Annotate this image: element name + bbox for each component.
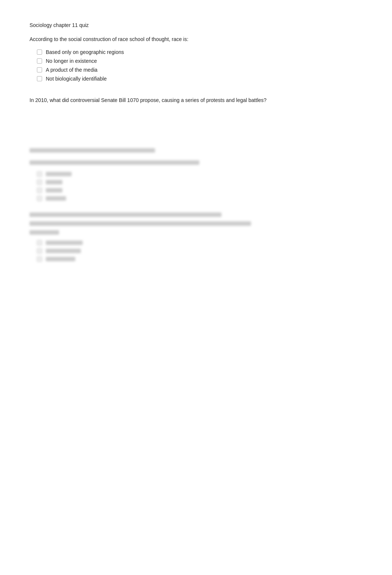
blurred-question-3-options bbox=[37, 171, 362, 201]
blurred-question-4-options bbox=[37, 240, 362, 262]
page-title: Sociology chapter 11 quiz bbox=[30, 22, 362, 28]
blurred-question-3-block bbox=[30, 147, 362, 201]
blurred-option bbox=[46, 257, 75, 261]
option-checkbox-2[interactable] bbox=[37, 58, 42, 64]
question-1-options: Based only on geographic regions No long… bbox=[37, 49, 362, 82]
blurred-option bbox=[46, 249, 81, 253]
list-item[interactable]: Not biologically identifiable bbox=[37, 76, 362, 82]
blurred-option bbox=[46, 180, 62, 184]
blurred-checkbox bbox=[37, 240, 42, 245]
list-item[interactable]: No longer in existence bbox=[37, 58, 362, 64]
blurred-question-4-subtext bbox=[30, 230, 362, 236]
blurred-question-3-line2 bbox=[30, 159, 362, 167]
question-1-block: According to the social construction of … bbox=[30, 35, 362, 82]
blurred-option bbox=[46, 188, 62, 193]
blurred-option bbox=[46, 196, 66, 201]
list-item bbox=[37, 196, 362, 201]
option-label: A product of the media bbox=[46, 67, 97, 73]
blurred-option bbox=[46, 172, 72, 176]
question-2-text: In 2010, what did controversial Senate B… bbox=[30, 96, 362, 104]
list-item bbox=[37, 248, 362, 254]
blurred-question-4-line2 bbox=[30, 221, 362, 227]
option-checkbox-3[interactable] bbox=[37, 67, 42, 72]
option-label: No longer in existence bbox=[46, 58, 97, 64]
blurred-checkbox bbox=[37, 180, 42, 185]
blurred-question-4-line1 bbox=[30, 212, 362, 218]
list-item bbox=[37, 240, 362, 245]
question-1-text: According to the social construction of … bbox=[30, 35, 362, 43]
list-item bbox=[37, 188, 362, 193]
option-label: Not biologically identifiable bbox=[46, 76, 107, 82]
question-2-block: In 2010, what did controversial Senate B… bbox=[30, 96, 362, 132]
blurred-checkbox bbox=[37, 196, 42, 201]
list-item[interactable]: Based only on geographic regions bbox=[37, 49, 362, 55]
list-item[interactable]: A product of the media bbox=[37, 67, 362, 73]
blurred-question-4-block bbox=[30, 212, 362, 262]
blurred-question-3-line1 bbox=[30, 147, 362, 155]
blurred-checkbox bbox=[37, 188, 42, 193]
list-item bbox=[37, 180, 362, 185]
blurred-option bbox=[46, 241, 83, 245]
option-label: Based only on geographic regions bbox=[46, 49, 124, 55]
option-checkbox-4[interactable] bbox=[37, 76, 42, 81]
list-item bbox=[37, 256, 362, 262]
blurred-checkbox bbox=[37, 256, 42, 262]
question-2-answer-area bbox=[30, 110, 362, 132]
blurred-checkbox bbox=[37, 171, 42, 177]
blurred-checkbox bbox=[37, 248, 42, 254]
option-checkbox-1[interactable] bbox=[37, 50, 42, 55]
list-item bbox=[37, 171, 362, 177]
